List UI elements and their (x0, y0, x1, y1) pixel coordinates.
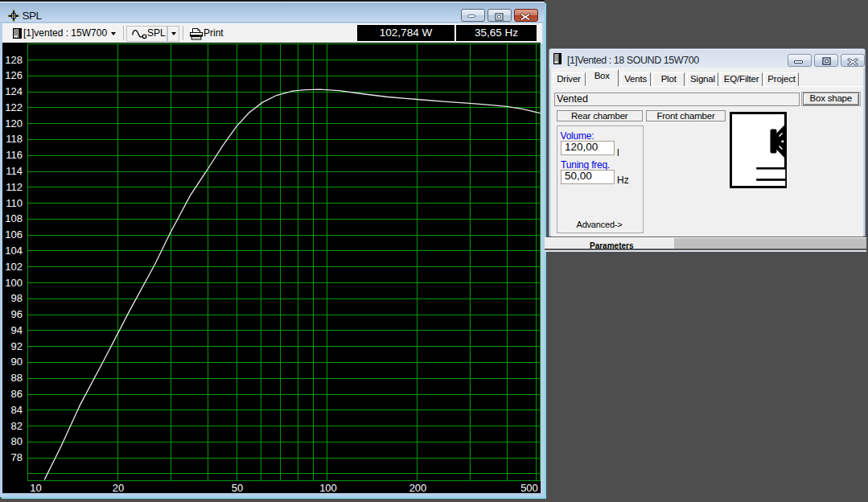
svg-text:126: 126 (5, 69, 23, 81)
svg-text:124: 124 (5, 85, 23, 97)
svg-text:50: 50 (232, 482, 243, 493)
svg-text:102: 102 (5, 261, 23, 273)
svg-text:92: 92 (11, 340, 23, 352)
svg-text:114: 114 (6, 165, 23, 177)
svg-text:94: 94 (11, 324, 23, 336)
svg-text:100: 100 (319, 482, 337, 493)
svg-text:120: 120 (5, 117, 23, 130)
svg-text:112: 112 (6, 181, 23, 193)
svg-text:10: 10 (30, 482, 41, 493)
svg-text:116: 116 (6, 149, 23, 161)
svg-text:78: 78 (11, 451, 23, 463)
svg-text:200: 200 (409, 482, 427, 493)
svg-text:110: 110 (6, 197, 23, 209)
svg-text:80: 80 (11, 435, 23, 447)
svg-text:88: 88 (11, 372, 23, 384)
svg-text:100: 100 (5, 277, 23, 289)
svg-text:106: 106 (5, 228, 23, 241)
svg-text:86: 86 (11, 388, 23, 400)
svg-text:118: 118 (6, 133, 23, 145)
svg-text:90: 90 (11, 356, 23, 368)
svg-text:84: 84 (11, 404, 23, 416)
svg-text:82: 82 (11, 420, 23, 432)
svg-text:128: 128 (5, 54, 23, 66)
svg-text:108: 108 (5, 212, 23, 224)
svg-text:98: 98 (11, 292, 23, 304)
svg-text:104: 104 (5, 245, 23, 257)
svg-text:96: 96 (11, 308, 23, 320)
svg-text:500: 500 (520, 482, 538, 493)
svg-text:122: 122 (5, 101, 23, 113)
svg-text:20: 20 (113, 482, 124, 493)
